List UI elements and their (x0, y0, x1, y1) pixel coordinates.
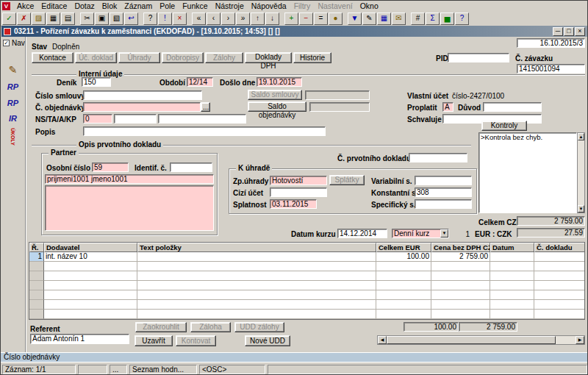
col-c-dokladu[interactable]: Č. dokladu (534, 243, 585, 252)
datum-cell[interactable] (490, 281, 534, 290)
rp-stamp-icon[interactable]: RP (3, 80, 23, 93)
scroll-up-icon[interactable]: ▲ (578, 133, 584, 140)
referent-field[interactable]: Adam Antonín 1 (30, 334, 129, 344)
specificky-field[interactable] (415, 199, 472, 209)
calendar-icon[interactable]: ▦ (377, 12, 391, 25)
enter-query-icon[interactable]: ? (143, 12, 157, 25)
save-icon[interactable]: ▦ (46, 12, 60, 25)
next-record-icon[interactable]: › (221, 12, 235, 25)
cena-bez-dph-cell[interactable]: 2 759.00 (431, 252, 490, 262)
prvotni-doklad-field[interactable] (409, 153, 467, 162)
menu-item-zaznam[interactable]: Záznam (121, 1, 156, 11)
kontroly-list[interactable]: >Kontrola bez chyb. (478, 132, 577, 213)
c-dokladu-cell[interactable] (534, 262, 585, 271)
scroll-down-icon[interactable]: ▼ (578, 205, 584, 213)
dodavatel-cell[interactable] (44, 300, 137, 310)
paste-icon[interactable]: ▧ (110, 12, 123, 25)
ns-field-2[interactable] (114, 114, 157, 124)
menu-item-pole[interactable]: Pole (156, 1, 179, 11)
text-polozky-cell[interactable] (137, 262, 376, 271)
row-number-cell[interactable] (29, 262, 44, 271)
nav-toggle[interactable]: ✓ Nav (3, 39, 25, 47)
menu-item-akce[interactable]: Akce (13, 1, 37, 11)
menu-item-funkce[interactable]: Funkce (179, 1, 211, 11)
text-polozky-cell[interactable] (137, 271, 376, 281)
accept-icon[interactable]: ✓ (2, 12, 16, 25)
scroll-left-icon[interactable]: ◀ (378, 336, 387, 344)
datum-cell[interactable] (490, 300, 534, 310)
menu-item-nastroje[interactable]: Nástroje (212, 1, 248, 11)
c-dokladu-cell[interactable] (534, 271, 585, 281)
dodavatel-cell[interactable] (44, 290, 137, 300)
undo-icon[interactable]: ↩ (124, 12, 138, 25)
datum-cell[interactable] (490, 252, 534, 262)
pid-field[interactable] (448, 53, 509, 63)
variabilni-field[interactable] (415, 176, 472, 185)
duplicate-record-icon[interactable]: = (314, 12, 328, 25)
c-dokladu-cell[interactable] (534, 300, 585, 310)
celkem-eur-cell[interactable] (376, 290, 431, 300)
execute-query-icon[interactable]: ! (158, 12, 172, 25)
text-polozky-cell[interactable] (137, 252, 376, 262)
historie-button[interactable]: Historie (293, 52, 331, 63)
menu-item-dotaz[interactable]: Dotaz (71, 1, 98, 11)
c-dokladu-cell[interactable] (534, 252, 585, 262)
copy-icon[interactable]: ▣ (95, 12, 109, 25)
row-number-cell[interactable]: 1 (29, 252, 44, 262)
table-row-empty[interactable] (29, 281, 584, 290)
ns-field-3[interactable] (158, 114, 246, 124)
close-button[interactable]: × (575, 27, 585, 36)
proplatit-field[interactable]: A (442, 102, 453, 112)
table-row-empty[interactable] (29, 262, 584, 271)
cislo-smlouvy-field[interactable] (83, 90, 202, 100)
table-row[interactable]: 1 int. název 10 100.00 2 759.00 (29, 252, 584, 262)
row-number-cell[interactable] (29, 310, 44, 319)
partner-list[interactable] (45, 185, 214, 231)
dodavatel-cell[interactable] (44, 310, 137, 319)
rp-stamp-icon-2[interactable]: RP (3, 96, 23, 110)
duvod-field[interactable] (483, 102, 542, 112)
cena-bez-dph-cell[interactable] (431, 310, 490, 319)
datum-kurzu-field[interactable]: 14.12.2014 (337, 229, 387, 238)
open-icon[interactable]: ▨ (32, 12, 46, 25)
celkem-eur-cell[interactable] (376, 281, 431, 290)
cut-icon[interactable]: ✂ (80, 12, 94, 25)
cena-bez-dph-cell[interactable] (431, 281, 490, 290)
sum-icon[interactable]: Σ (426, 12, 440, 25)
cancel-query-icon[interactable]: × (173, 12, 187, 25)
minimize-button[interactable]: ─ (553, 27, 563, 36)
text-polozky-cell[interactable] (137, 310, 376, 319)
insert-record-icon[interactable]: + (284, 12, 298, 25)
dodavatel-cell[interactable]: int. název 10 (44, 252, 137, 262)
signature-icon[interactable]: ✎ (3, 63, 23, 77)
saldo-objednavky-button[interactable]: Saldo objednávky (248, 101, 306, 112)
help-icon[interactable]: ? (455, 12, 469, 25)
zp-uhrady-field[interactable]: Hotovostí (270, 176, 327, 185)
cena-bez-dph-cell[interactable] (431, 262, 490, 271)
ukoly-stamp-icon[interactable]: ÚKOLY (3, 124, 23, 149)
table-horizontal-scrollbar[interactable]: ◀ ▶ (377, 335, 585, 345)
list-values-icon[interactable]: ▼ (348, 12, 362, 25)
kontace-button[interactable]: Kontace (32, 52, 74, 63)
cena-bez-dph-cell[interactable] (431, 271, 490, 281)
datum-cell[interactable] (490, 262, 534, 271)
col-dodavatel[interactable]: Dodavatel (44, 243, 137, 252)
datum-cell[interactable] (490, 290, 534, 300)
menu-item-editace[interactable]: Editace (37, 1, 71, 11)
celkem-eur-cell[interactable] (376, 310, 431, 319)
obdobi-field[interactable]: 12/14 (187, 77, 213, 87)
col-radek[interactable]: Ř. (29, 243, 44, 252)
scroll-track[interactable] (556, 336, 576, 344)
menu-item-napoveda[interactable]: Nápověda (248, 1, 290, 11)
celkem-eur-cell[interactable] (376, 271, 431, 281)
last-record-icon[interactable]: » (236, 12, 250, 25)
c-dokladu-cell[interactable] (534, 310, 585, 319)
col-datum[interactable]: Datum (490, 243, 534, 252)
text-polozky-cell[interactable] (137, 281, 376, 290)
konstantni-field[interactable]: 308 (415, 188, 472, 197)
datum-cell[interactable] (490, 271, 534, 281)
delete-record-icon[interactable]: − (299, 12, 313, 25)
previous-block-icon[interactable]: ↑ (251, 12, 265, 25)
row-number-cell[interactable] (29, 271, 44, 281)
cancel-icon[interactable]: ✗ (17, 12, 31, 25)
